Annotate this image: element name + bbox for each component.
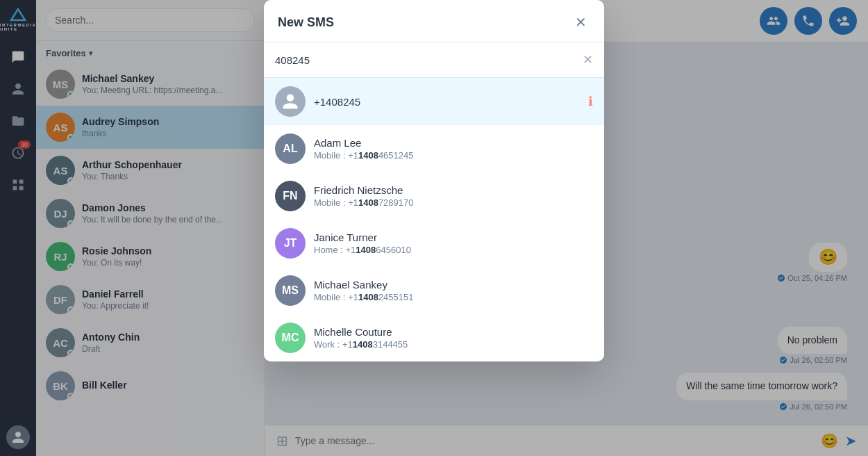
result-detail: Mobile : +114087289170 [314,197,593,208]
modal-header: New SMS ✕ [264,0,604,42]
modal-result-result-number[interactable]: +1408245 ℹ [264,78,604,125]
result-name: +1408245 [314,96,580,108]
modal-overlay: New SMS ✕ ✕ +1408245 ℹ AL Adam Lee Mobil… [0,0,868,456]
result-detail: Home : +114086456010 [314,245,593,255]
result-avatar: MC [275,323,306,353]
modal-search-area: ✕ [264,42,604,78]
result-avatar: AL [275,133,306,164]
info-icon[interactable]: ℹ [588,94,593,109]
result-avatar: MS [275,275,306,306]
modal-result-friedrich-nietzsche[interactable]: FN Friedrich Nietzsche Mobile : +1140872… [264,172,604,220]
result-name: Michael Sankey [314,279,593,291]
modal-result-michelle-couture[interactable]: MC Michelle Couture Work : +114083144455 [264,314,604,361]
result-name: Janice Turner [314,231,593,243]
result-info: Michelle Couture Work : +114083144455 [314,326,593,350]
result-name: Adam Lee [314,137,593,149]
result-name: Friedrich Nietzsche [314,184,593,196]
result-info: Friedrich Nietzsche Mobile : +1140872891… [314,184,593,208]
result-avatar: FN [275,181,306,211]
modal-result-michael-sankey-result[interactable]: MS Michael Sankey Mobile : +114082455151 [264,267,604,314]
modal-title: New SMS [278,15,334,30]
modal-search-input[interactable] [275,54,577,66]
modal-close-button[interactable]: ✕ [571,13,590,32]
result-avatar [275,86,306,117]
result-info: Janice Turner Home : +114086456010 [314,231,593,255]
new-sms-modal: New SMS ✕ ✕ +1408245 ℹ AL Adam Lee Mobil… [264,0,604,361]
result-info: Michael Sankey Mobile : +114082455151 [314,279,593,302]
modal-search-clear[interactable]: ✕ [583,52,593,67]
result-avatar: JT [275,228,306,259]
modal-result-adam-lee[interactable]: AL Adam Lee Mobile : +114084651245 [264,125,604,172]
result-detail: Work : +114083144455 [314,339,593,350]
modal-result-janice-turner[interactable]: JT Janice Turner Home : +114086456010 [264,220,604,267]
result-detail: Mobile : +114084651245 [314,150,593,161]
result-info: +1408245 [314,96,580,108]
result-name: Michelle Couture [314,326,593,338]
modal-results: +1408245 ℹ AL Adam Lee Mobile : +1140846… [264,78,604,361]
result-info: Adam Lee Mobile : +114084651245 [314,137,593,161]
result-detail: Mobile : +114082455151 [314,292,593,302]
